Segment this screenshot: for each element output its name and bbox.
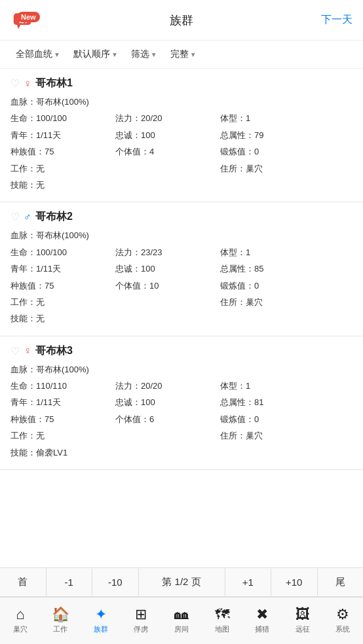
system-icon: ⚙ xyxy=(336,607,349,622)
forge-val: 锻炼值：0 xyxy=(220,412,353,427)
creature-name: 哥布林2 xyxy=(35,210,73,224)
nav-item-expedition[interactable]: 🖼 远征 xyxy=(282,598,323,644)
page-first-button[interactable]: 首 xyxy=(0,568,47,596)
header: 族 New 族群 下一天 xyxy=(0,0,363,41)
work: 工作：无 xyxy=(10,428,115,443)
gender-icon: ♀ xyxy=(24,78,31,90)
forge-val: 锻炼值：0 xyxy=(220,144,353,159)
total-attr: 总属性：85 xyxy=(220,261,353,276)
page-title: 族群 xyxy=(170,12,193,28)
individual-val: 个体值：4 xyxy=(115,144,220,159)
creature-list: ♡ ♀ 哥布林1 血脉：哥布林(100%) 生命：100/100 法力：20/2… xyxy=(0,69,363,567)
map-icon: 🗺 xyxy=(215,607,229,622)
chevron-down-icon: ▼ xyxy=(151,51,157,58)
hp: 生命：110/110 xyxy=(10,378,115,393)
tribe-val: 种族值：75 xyxy=(10,144,115,159)
hp: 生命：100/100 xyxy=(10,111,115,126)
body: 体型：1 xyxy=(220,111,353,126)
page-prev1-button[interactable]: -1 xyxy=(47,569,93,596)
youth: 青年：1/11天 xyxy=(10,128,115,143)
loyalty: 忠诚：100 xyxy=(115,395,220,410)
next-day-button[interactable]: 下一天 xyxy=(321,13,353,27)
mp: 法力：23/23 xyxy=(115,245,220,260)
chevron-down-icon: ▼ xyxy=(190,51,197,58)
chevron-down-icon: ▼ xyxy=(54,51,60,58)
nav-item-map[interactable]: 🗺 地图 xyxy=(202,598,242,644)
app-icon: 族 New xyxy=(10,8,35,33)
nest-icon: ⌂ xyxy=(16,607,24,622)
chevron-down-icon: ▼ xyxy=(111,51,118,58)
total-attr: 总属性：81 xyxy=(220,395,353,410)
heart-icon: ♡ xyxy=(10,211,20,223)
list-item[interactable]: ♡ ♀ 哥布林3 血脉：哥布林(100%) 生命：110/110 法力：20/2… xyxy=(0,336,363,470)
youth: 青年：1/11天 xyxy=(10,261,115,276)
nav-item-prisoner[interactable]: ⊞ 俘虏 xyxy=(121,598,162,644)
skill: 技能：无 xyxy=(10,311,353,326)
tribe-icon: ✦ xyxy=(95,607,107,622)
filter-complete[interactable]: 完整 ▼ xyxy=(165,46,202,63)
nav-item-system[interactable]: ⚙ 系统 xyxy=(323,598,364,644)
total-attr: 总属性：79 xyxy=(220,128,353,143)
list-item[interactable]: ♡ ♂ 哥布林2 血脉：哥布林(100%) 生命：100/100 法力：23/2… xyxy=(0,202,363,336)
room-icon: 🏘 xyxy=(174,607,189,622)
page-info: 第 1/2 页 xyxy=(139,568,225,596)
page-prev10-button[interactable]: -10 xyxy=(92,569,139,596)
nav-item-work[interactable]: 🏠 工作 xyxy=(41,598,81,644)
individual-val: 个体值：10 xyxy=(115,278,220,293)
nav-item-hunt[interactable]: ✖ 捕猎 xyxy=(242,598,282,644)
hunt-icon: ✖ xyxy=(256,607,268,622)
bloodline: 血脉：哥布林(100%) xyxy=(10,228,353,243)
new-badge: New xyxy=(17,12,40,22)
nav-item-tribe[interactable]: ✦ 族群 xyxy=(81,598,121,644)
expedition-icon: 🖼 xyxy=(296,607,310,622)
work: 工作：无 xyxy=(10,295,115,310)
creature-name: 哥布林1 xyxy=(35,77,73,90)
bloodline: 血脉：哥布林(100%) xyxy=(10,362,353,377)
page-last-button[interactable]: 尾 xyxy=(318,568,364,596)
filter-bar: 全部血统 ▼ 默认顺序 ▼ 筛选 ▼ 完整 ▼ xyxy=(0,41,363,69)
list-item[interactable]: ♡ ♀ 哥布林1 血脉：哥布林(100%) 生命：100/100 法力：20/2… xyxy=(0,69,363,202)
work: 工作：无 xyxy=(10,161,115,176)
mp: 法力：20/20 xyxy=(115,378,220,393)
gender-icon: ♂ xyxy=(24,211,31,223)
loyalty: 忠诚：100 xyxy=(115,128,220,143)
filter-bloodline[interactable]: 全部血统 ▼ xyxy=(10,46,66,63)
filter-order[interactable]: 默认顺序 ▼ xyxy=(68,46,123,63)
home: 住所：巢穴 xyxy=(220,161,353,176)
filter-screen[interactable]: 筛选 ▼ xyxy=(126,46,162,63)
bloodline: 血脉：哥布林(100%) xyxy=(10,94,353,109)
work-icon: 🏠 xyxy=(52,607,69,622)
skill: 技能：无 xyxy=(10,177,353,192)
nav-item-nest[interactable]: ⌂ 巢穴 xyxy=(0,598,41,644)
youth: 青年：1/11天 xyxy=(10,395,115,410)
loyalty: 忠诚：100 xyxy=(115,261,220,276)
mp: 法力：20/20 xyxy=(115,111,220,126)
body: 体型：1 xyxy=(220,245,353,260)
nav-item-room[interactable]: 🏘 房间 xyxy=(161,598,202,644)
heart-icon: ♡ xyxy=(10,77,20,90)
pagination-bar: 首 -1 -10 第 1/2 页 +1 +10 尾 xyxy=(0,567,363,597)
body: 体型：1 xyxy=(220,378,353,393)
page-next1-button[interactable]: +1 xyxy=(225,569,272,596)
prisoner-icon: ⊞ xyxy=(135,607,147,622)
tribe-val: 种族值：75 xyxy=(10,278,115,293)
bottom-navigation: ⌂ 巢穴 🏠 工作 ✦ 族群 ⊞ 俘虏 🏘 房间 🗺 地图 ✖ 捕猎 🖼 远征 … xyxy=(0,597,363,644)
skill: 技能：偷袭LV1 xyxy=(10,445,353,460)
heart-icon: ♡ xyxy=(10,345,20,357)
gender-icon: ♀ xyxy=(24,345,31,357)
svg-marker-1 xyxy=(17,25,20,29)
page-next10-button[interactable]: +10 xyxy=(271,569,318,596)
home: 住所：巢穴 xyxy=(220,428,353,443)
individual-val: 个体值：6 xyxy=(115,412,220,427)
forge-val: 锻炼值：0 xyxy=(220,278,353,293)
tribe-val: 种族值：75 xyxy=(10,412,115,427)
home: 住所：巢穴 xyxy=(220,295,353,310)
hp: 生命：100/100 xyxy=(10,245,115,260)
creature-name: 哥布林3 xyxy=(35,344,73,358)
